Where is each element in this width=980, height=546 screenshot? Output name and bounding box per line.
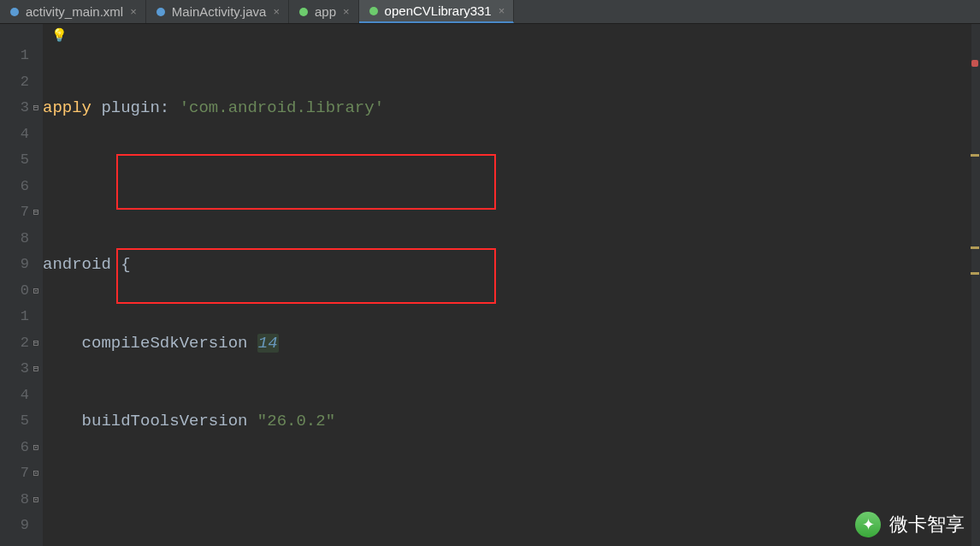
close-icon[interactable]: × bbox=[273, 5, 280, 18]
tab-activity-main-xml[interactable]: activity_main.xml × bbox=[0, 0, 146, 23]
watermark: ✦ 微卡智享 bbox=[855, 512, 965, 537]
tab-label: activity_main.xml bbox=[26, 4, 123, 19]
warning-marker-icon[interactable] bbox=[971, 272, 979, 275]
fold-open-icon[interactable]: ⊟ bbox=[29, 330, 43, 357]
fold-close-icon[interactable]: ⊡ bbox=[29, 487, 43, 513]
fold-close-icon[interactable]: ⊡ bbox=[29, 278, 43, 305]
code-editor[interactable]: 💡 123 456 789 012 345 678 90 ⊟ ⊟ ⊡ ⊟ ⊟ ⊡… bbox=[0, 24, 980, 546]
close-icon[interactable]: × bbox=[130, 5, 137, 18]
xml-file-icon bbox=[9, 6, 21, 18]
tab-opencvlibrary331[interactable]: openCVLibrary331 × bbox=[359, 0, 515, 23]
gradle-file-icon bbox=[298, 6, 310, 18]
error-stripe[interactable] bbox=[971, 24, 980, 546]
tab-app[interactable]: app × bbox=[289, 0, 359, 23]
svg-point-1 bbox=[156, 8, 165, 16]
code-area[interactable]: apply plugin: 'com.android.library' andr… bbox=[43, 24, 980, 546]
tab-label: app bbox=[315, 4, 336, 19]
java-file-icon bbox=[155, 6, 167, 18]
fold-open-icon[interactable]: ⊟ bbox=[29, 356, 43, 383]
close-icon[interactable]: × bbox=[499, 4, 505, 17]
tab-label: openCVLibrary331 bbox=[385, 3, 492, 18]
fold-open-icon[interactable]: ⊟ bbox=[29, 199, 43, 226]
svg-point-3 bbox=[369, 7, 378, 15]
gradle-file-icon bbox=[368, 5, 380, 17]
watermark-text: 微卡智享 bbox=[889, 512, 965, 537]
warning-marker-icon[interactable] bbox=[971, 154, 979, 157]
fold-close-icon[interactable]: ⊡ bbox=[29, 435, 43, 461]
svg-point-2 bbox=[299, 8, 308, 16]
fold-close-icon[interactable]: ⊡ bbox=[29, 460, 43, 487]
warning-marker-icon[interactable] bbox=[971, 246, 979, 249]
line-number-gutter: 123 456 789 012 345 678 90 bbox=[0, 24, 29, 546]
tab-label: MainActivity.java bbox=[172, 4, 267, 19]
error-marker-icon[interactable] bbox=[971, 60, 978, 67]
close-icon[interactable]: × bbox=[343, 5, 350, 18]
fold-gutter: ⊟ ⊟ ⊡ ⊟ ⊟ ⊡ ⊡ ⊡ bbox=[29, 24, 43, 546]
svg-point-0 bbox=[10, 8, 19, 16]
editor-tabs: activity_main.xml × MainActivity.java × … bbox=[0, 0, 980, 24]
tab-mainactivity-java[interactable]: MainActivity.java × bbox=[146, 0, 289, 23]
fold-open-icon[interactable]: ⊟ bbox=[29, 95, 43, 122]
wechat-icon: ✦ bbox=[855, 512, 881, 537]
